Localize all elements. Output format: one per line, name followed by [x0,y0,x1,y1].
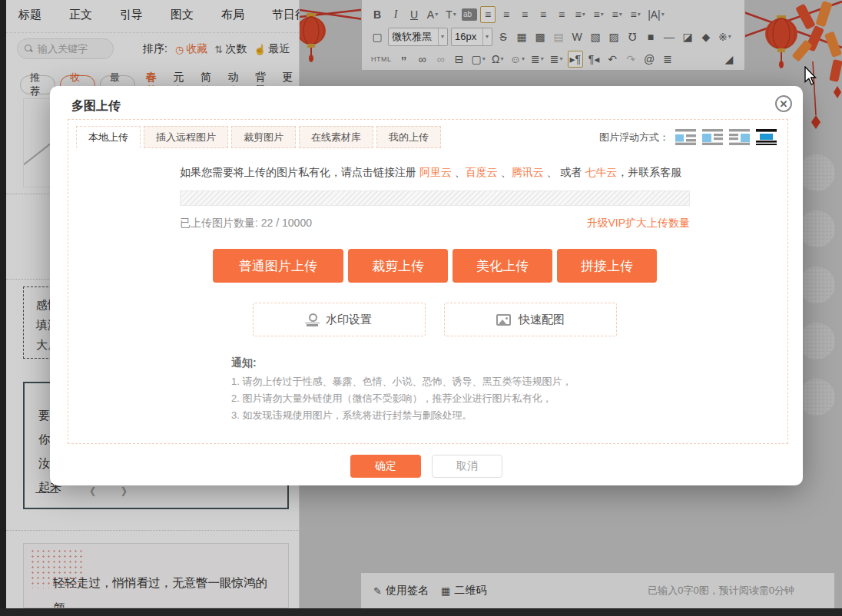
cancel-button[interactable]: 取消 [432,455,502,478]
float-mode-inline-icon[interactable] [675,129,696,145]
upload-progress-track [180,190,690,206]
cloud-separator: 、 [452,166,466,178]
tool-button-水印设置[interactable]: 水印设置 [253,303,426,336]
dialog-panel: 本地上传插入远程图片裁剪图片在线素材库我的上传 图片浮动方式： [68,119,788,444]
notice-suffix: ，并联系客服 [617,166,681,178]
tool-button-label: 水印设置 [326,313,372,327]
close-icon[interactable]: ✕ [775,95,792,112]
notice-block: 通知: 1. 请勿上传过于性感、暴露、色情、小说、恐怖、诱导、黑五类等违规图片，… [231,356,572,424]
notice-line: 3. 如发现违规使用图片，系统将进行封禁与删除处理。 [231,407,572,424]
cloud-conjunction: 或者 [558,166,585,178]
float-mode-center-icon[interactable] [756,129,777,145]
tab-裁剪图片[interactable]: 裁剪图片 [231,126,296,148]
tab-插入远程图片[interactable]: 插入远程图片 [144,126,228,148]
tool-button-label: 快速配图 [519,313,565,327]
vip-upgrade-link[interactable]: 升级VIP扩大上传数量 [586,217,690,230]
upload-button-美化上传[interactable]: 美化上传 [452,249,552,283]
tool-buttons-row: 水印设置快速配图 [180,303,690,336]
multi-image-upload-dialog: 多图上传 ✕ 本地上传插入远程图片裁剪图片在线素材库我的上传 图片浮动方式： [50,86,803,485]
tab-在线素材库[interactable]: 在线素材库 [299,126,373,148]
notice-line: 2. 图片请勿大量外链使用（微信不受影响），推荐企业进行图片私有化， [231,390,572,407]
upload-tabs: 本地上传插入远程图片裁剪图片在线素材库我的上传 [76,126,441,148]
upload-button-普通图片上传[interactable]: 普通图片上传 [213,249,343,283]
float-mode-left-icon[interactable] [702,129,723,145]
notice-title: 通知: [231,356,572,370]
notice-prefix: 如果您需要将上传的图片私有化，请点击链接注册 [180,166,419,178]
float-mode-right-icon[interactable] [729,129,750,145]
app-root: 标题正文引导图文布局节日行业 排序: ◷收藏⇅次数☝最近 推荐收藏最新春节元宵简… [0,0,842,616]
cloud-link-阿里云[interactable]: 阿里云 [419,166,452,178]
tab-我的上传[interactable]: 我的上传 [376,126,441,148]
tab-本地上传[interactable]: 本地上传 [76,126,141,148]
cloud-link-七牛云[interactable]: 七牛云 [585,166,617,178]
float-mode-label: 图片浮动方式： [599,131,669,144]
stamp-icon [307,313,318,326]
cloud-separator: 、 [544,166,558,178]
cloud-link-百度云[interactable]: 百度云 [466,166,498,178]
confirm-button[interactable]: 确定 [350,455,421,478]
upload-count-row: 已上传图片数量: 22 / 10000 升级VIP扩大上传数量 [180,217,690,230]
dialog-title: 多图上传 [71,98,121,114]
image-float-mode-row: 图片浮动方式： [599,129,777,145]
cloud-separator: 、 [498,166,512,178]
dialog-footer: 确定 取消 [50,455,803,478]
quick-image-icon [496,314,511,326]
tool-button-快速配图[interactable]: 快速配图 [444,303,617,336]
upload-button-拼接上传[interactable]: 拼接上传 [557,249,657,283]
upload-button-裁剪上传[interactable]: 裁剪上传 [348,249,448,283]
notice-line: 1. 请勿上传过于性感、暴露、色情、小说、恐怖、诱导、黑五类等违规图片， [231,373,572,390]
cloud-link-腾讯云[interactable]: 腾讯云 [512,166,544,178]
upload-buttons-row: 普通图片上传裁剪上传美化上传拼接上传 [180,249,690,283]
uploaded-count: 已上传图片数量: 22 / 10000 [180,217,312,230]
privatize-notice: 如果您需要将上传的图片私有化，请点击链接注册 阿里云 、百度云 、腾讯云 、 或… [180,166,690,180]
